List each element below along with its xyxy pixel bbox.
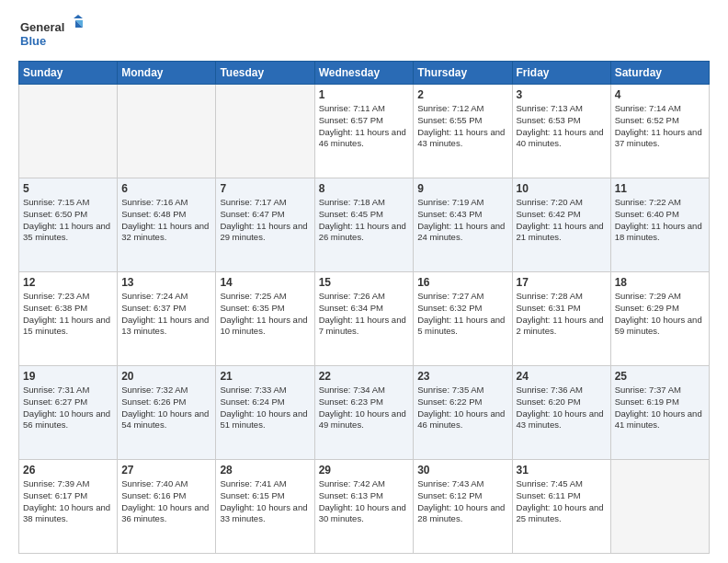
day-number: 2 (417, 88, 507, 101)
sunrise-label: Sunrise: 7:37 AM (615, 385, 681, 395)
day-number: 26 (23, 464, 113, 477)
cell-info: Sunrise: 7:41 AM Sunset: 6:15 PM Dayligh… (220, 478, 310, 525)
daylight-label: Daylight: 10 hours and 49 minutes. (319, 408, 406, 431)
header-sunday: Sunday (19, 62, 118, 85)
cell-info: Sunrise: 7:20 AM Sunset: 6:42 PM Dayligh… (517, 197, 607, 244)
header-saturday: Saturday (610, 62, 709, 85)
calendar-cell-2-3: 15 Sunrise: 7:26 AM Sunset: 6:34 PM Dayl… (314, 272, 414, 366)
sunrise-label: Sunrise: 7:34 AM (319, 385, 385, 395)
svg-text:Blue: Blue (20, 34, 46, 48)
calendar-table: SundayMondayTuesdayWednesdayThursdayFrid… (18, 61, 710, 554)
cell-info: Sunrise: 7:18 AM Sunset: 6:45 PM Dayligh… (319, 197, 410, 244)
day-number: 3 (517, 88, 607, 101)
cell-info: Sunrise: 7:12 AM Sunset: 6:55 PM Dayligh… (417, 103, 507, 150)
sunset-label: Sunset: 6:23 PM (319, 396, 383, 407)
week-row-3: 12 Sunrise: 7:23 AM Sunset: 6:38 PM Dayl… (19, 272, 710, 366)
calendar-cell-3-0: 19 Sunrise: 7:31 AM Sunset: 6:27 PM Dayl… (19, 366, 118, 460)
header: General Blue (18, 15, 710, 52)
sunrise-label: Sunrise: 7:12 AM (417, 103, 483, 113)
daylight-label: Daylight: 11 hours and 7 minutes. (319, 315, 406, 337)
logo-svg: General Blue (18, 15, 83, 52)
daylight-label: Daylight: 10 hours and 30 minutes. (319, 502, 406, 524)
calendar-cell-1-5: 10 Sunrise: 7:20 AM Sunset: 6:42 PM Dayl… (512, 178, 610, 272)
sunrise-label: Sunrise: 7:36 AM (517, 385, 583, 395)
calendar-cell-4-4: 30 Sunrise: 7:43 AM Sunset: 6:12 PM Dayl… (414, 460, 512, 554)
cell-info: Sunrise: 7:13 AM Sunset: 6:53 PM Dayligh… (517, 103, 607, 150)
day-number: 18 (615, 276, 705, 289)
sunset-label: Sunset: 6:26 PM (121, 396, 186, 407)
cell-info: Sunrise: 7:23 AM Sunset: 6:38 PM Dayligh… (23, 291, 113, 338)
cell-info: Sunrise: 7:22 AM Sunset: 6:40 PM Dayligh… (615, 197, 705, 244)
calendar-cell-0-3: 1 Sunrise: 7:11 AM Sunset: 6:57 PM Dayli… (314, 85, 414, 178)
svg-text:General: General (20, 20, 64, 34)
daylight-label: Daylight: 11 hours and 18 minutes. (615, 221, 702, 243)
calendar-cell-0-6: 4 Sunrise: 7:14 AM Sunset: 6:52 PM Dayli… (610, 85, 709, 178)
daylight-label: Daylight: 11 hours and 32 minutes. (121, 221, 209, 243)
svg-marker-2 (74, 15, 83, 18)
calendar-cell-2-1: 13 Sunrise: 7:24 AM Sunset: 6:37 PM Dayl… (118, 272, 216, 366)
calendar-cell-1-2: 7 Sunrise: 7:17 AM Sunset: 6:47 PM Dayli… (216, 178, 314, 272)
week-row-5: 26 Sunrise: 7:39 AM Sunset: 6:17 PM Dayl… (19, 460, 710, 554)
calendar-cell-4-0: 26 Sunrise: 7:39 AM Sunset: 6:17 PM Dayl… (19, 460, 118, 554)
daylight-label: Daylight: 10 hours and 56 minutes. (23, 408, 110, 431)
calendar-cell-2-5: 17 Sunrise: 7:28 AM Sunset: 6:31 PM Dayl… (512, 272, 610, 366)
day-number: 13 (121, 276, 211, 289)
day-number: 6 (121, 182, 211, 195)
sunset-label: Sunset: 6:12 PM (417, 490, 482, 500)
sunrise-label: Sunrise: 7:35 AM (417, 385, 483, 395)
sunset-label: Sunset: 6:50 PM (23, 209, 87, 219)
day-number: 27 (121, 464, 211, 477)
cell-info: Sunrise: 7:28 AM Sunset: 6:31 PM Dayligh… (517, 291, 607, 338)
day-number: 19 (23, 370, 113, 383)
cell-info: Sunrise: 7:40 AM Sunset: 6:16 PM Dayligh… (121, 478, 211, 525)
sunset-label: Sunset: 6:24 PM (220, 396, 284, 407)
daylight-label: Daylight: 11 hours and 24 minutes. (417, 221, 505, 243)
sunset-label: Sunset: 6:47 PM (220, 209, 284, 219)
daylight-label: Daylight: 11 hours and 10 minutes. (220, 315, 307, 337)
sunrise-label: Sunrise: 7:28 AM (517, 291, 583, 301)
day-number: 31 (517, 464, 607, 477)
calendar-cell-4-2: 28 Sunrise: 7:41 AM Sunset: 6:15 PM Dayl… (216, 460, 314, 554)
sunset-label: Sunset: 6:13 PM (319, 490, 383, 500)
sunset-label: Sunset: 6:22 PM (417, 396, 482, 407)
cell-info: Sunrise: 7:34 AM Sunset: 6:23 PM Dayligh… (319, 385, 410, 431)
cell-info: Sunrise: 7:25 AM Sunset: 6:35 PM Dayligh… (220, 291, 310, 338)
day-number: 20 (121, 370, 211, 383)
calendar-cell-3-3: 22 Sunrise: 7:34 AM Sunset: 6:23 PM Dayl… (314, 366, 414, 460)
header-wednesday: Wednesday (314, 62, 414, 85)
calendar-cell-0-4: 2 Sunrise: 7:12 AM Sunset: 6:55 PM Dayli… (414, 85, 512, 178)
calendar-cell-3-5: 24 Sunrise: 7:36 AM Sunset: 6:20 PM Dayl… (512, 366, 610, 460)
cell-info: Sunrise: 7:19 AM Sunset: 6:43 PM Dayligh… (417, 197, 507, 244)
sunrise-label: Sunrise: 7:33 AM (220, 385, 286, 395)
day-number: 23 (417, 370, 507, 383)
sunrise-label: Sunrise: 7:15 AM (23, 197, 89, 207)
daylight-label: Daylight: 11 hours and 13 minutes. (121, 315, 209, 337)
week-row-4: 19 Sunrise: 7:31 AM Sunset: 6:27 PM Dayl… (19, 366, 710, 460)
sunrise-label: Sunrise: 7:39 AM (23, 478, 89, 488)
calendar-cell-3-6: 25 Sunrise: 7:37 AM Sunset: 6:19 PM Dayl… (610, 366, 709, 460)
day-number: 25 (615, 370, 705, 383)
sunrise-label: Sunrise: 7:19 AM (417, 197, 483, 207)
day-number: 7 (220, 182, 310, 195)
cell-info: Sunrise: 7:43 AM Sunset: 6:12 PM Dayligh… (417, 478, 507, 525)
daylight-label: Daylight: 11 hours and 46 minutes. (319, 127, 406, 149)
sunrise-label: Sunrise: 7:18 AM (319, 197, 385, 207)
day-number: 4 (615, 88, 705, 101)
sunset-label: Sunset: 6:29 PM (615, 303, 679, 313)
sunset-label: Sunset: 6:11 PM (517, 490, 581, 500)
sunrise-label: Sunrise: 7:11 AM (319, 103, 385, 113)
sunset-label: Sunset: 6:19 PM (615, 396, 679, 407)
day-number: 11 (615, 182, 705, 195)
daylight-label: Daylight: 11 hours and 40 minutes. (517, 127, 604, 149)
header-tuesday: Tuesday (216, 62, 314, 85)
calendar-header-row: SundayMondayTuesdayWednesdayThursdayFrid… (19, 62, 710, 85)
sunset-label: Sunset: 6:32 PM (417, 303, 482, 313)
week-row-2: 5 Sunrise: 7:15 AM Sunset: 6:50 PM Dayli… (19, 178, 710, 272)
daylight-label: Daylight: 10 hours and 46 minutes. (417, 408, 505, 431)
sunset-label: Sunset: 6:27 PM (23, 396, 87, 407)
day-number: 16 (417, 276, 507, 289)
cell-info: Sunrise: 7:15 AM Sunset: 6:50 PM Dayligh… (23, 197, 113, 244)
cell-info: Sunrise: 7:39 AM Sunset: 6:17 PM Dayligh… (23, 478, 113, 525)
day-number: 17 (517, 276, 607, 289)
sunset-label: Sunset: 6:37 PM (121, 303, 186, 313)
